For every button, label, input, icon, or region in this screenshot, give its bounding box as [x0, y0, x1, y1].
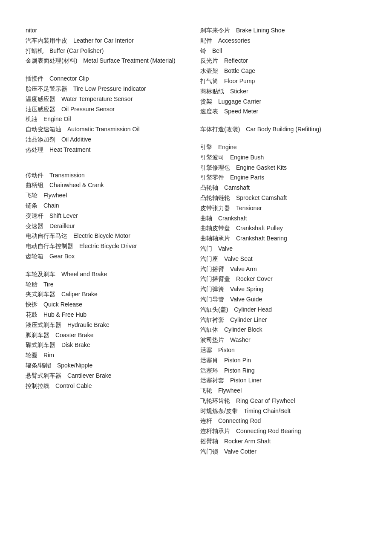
list-item: 汽门弹簧 Valve Spring [200, 284, 366, 295]
list-item: 引擎零件 Engine Parts [200, 173, 366, 183]
list-item: 打蜡机 Buffer (Car Polisher) [26, 46, 192, 56]
left-column: nitor汽车内装用牛皮 Leather for Car Interior打蜡机… [26, 26, 200, 457]
list-item: 热处理 Heat Treatment [26, 145, 192, 155]
list-item: 链条 Chain [26, 201, 192, 211]
list-item: 碟式刹车器 Disk Brake [26, 340, 192, 350]
list-item: 汽缸衬套 Cylinder Liner [200, 315, 366, 325]
list-item: 曲柄组 Chainwheel & Crank [26, 180, 192, 191]
list-item: nitor [26, 26, 192, 36]
spacer [200, 117, 366, 124]
list-item: 金属表面处理(材料) Metal Surface Treatment (Mate… [26, 56, 192, 66]
list-item: 活塞肖 Piston Pin [200, 356, 366, 366]
list-item: 电动自行车马达 Electric Bicycle Motor [26, 231, 192, 241]
list-item: 商标贴纸 Sticker [200, 87, 366, 97]
list-item: 反光片 Reflector [200, 56, 366, 66]
list-item: 电动自行车控制器 Electric Bicycle Driver [26, 241, 192, 251]
list-item: 汽门导管 Valve Guide [200, 295, 366, 305]
list-item: 汽门摇臂盖 Rocker Cover [200, 274, 366, 284]
list-item: 飞轮 Flywheel [26, 191, 192, 201]
list-item: 汽缸头(盖) Cylinder Head [200, 305, 366, 315]
list-item: 波司垫片 Washer [200, 335, 366, 345]
list-item: 夹式刹车器 Caliper Brake [26, 289, 192, 300]
spacer [200, 135, 366, 142]
list-item: 控制拉线 Control Cable [26, 381, 192, 391]
list-item: 汽门 Valve [200, 244, 366, 254]
list-item: 飞轮 Flywheel [200, 386, 366, 396]
list-item: 活塞衬套 Piston Liner [200, 376, 366, 386]
spacer [26, 66, 192, 74]
list-item: 胎压不足警示器 Tire Low Pressure Indicator [26, 84, 192, 94]
list-item: 凸轮轴 Camshaft [200, 183, 366, 193]
list-item: 凸轮轴链轮 Sprocket Camshaft [200, 193, 366, 203]
list-item: 曲轴轴承片 Crankshaft Bearing [200, 234, 366, 244]
list-item: 曲轴 Crankshaft [200, 214, 366, 224]
list-item: 速度表 Speed Meter [200, 107, 366, 117]
list-item: 刹车来令片 Brake Lining Shoe [200, 26, 366, 36]
list-item: 皮带张力器 Tensioner [200, 203, 366, 214]
list-item: 液压式刹车器 Hydraulic Brake [26, 320, 192, 330]
spacer [26, 163, 192, 171]
list-item: 车体打造(改装) Car Body Building (Refitting) [200, 124, 366, 135]
list-item: 插接件 Connector Clip [26, 74, 192, 84]
list-item: 悬臂式刹车器 Cantilever Brake [26, 371, 192, 381]
list-item: 轮胎 Tire [26, 280, 192, 290]
list-item: 汽门座 Valve Seat [200, 254, 366, 264]
list-item: 铃 Bell [200, 46, 366, 56]
list-item: 活塞 Piston [200, 345, 366, 356]
list-item: 变速杆 Shift Lever [26, 211, 192, 221]
list-item: 引擎波司 Engine Bush [200, 153, 366, 163]
list-item: 连杆 Connecting Rod [200, 416, 366, 426]
list-item: 引擎修理包 Engine Gasket Kits [200, 163, 366, 173]
list-item: 自动变速箱油 Automatic Transmission Oil [26, 124, 192, 135]
list-item: 油品添加剂 Oil Additive [26, 135, 192, 145]
list-item: 变速器 Derailleur [26, 221, 192, 231]
list-item: 温度感应器 Water Temperature Sensor [26, 94, 192, 104]
list-item: 货架 Luggage Carrier [200, 97, 366, 107]
list-item: 汽门摇臂 Valve Arm [200, 264, 366, 275]
list-item: 辐条/辐帽 Spoke/Nipple [26, 361, 192, 371]
list-item: 引擎 Engine [200, 142, 366, 153]
list-item: 打气筒 Floor Pump [200, 76, 366, 87]
right-column: 刹车来令片 Brake Lining Shoe配件 Accessories铃 B… [200, 26, 366, 457]
list-item: 汽车内装用牛皮 Leather for Car Interior [26, 36, 192, 46]
list-item: 油压感应器 Oil Pressure Sensor [26, 104, 192, 115]
list-item: 快拆 Quick Release [26, 300, 192, 310]
list-item: 连杆轴承片 Connecting Rod Bearing [200, 426, 366, 436]
list-item: 水壶架 Bottle Cage [200, 66, 366, 76]
spacer [26, 262, 192, 269]
list-item: 脚刹车器 Coaster Brake [26, 330, 192, 341]
list-item: 活塞环 Piston Ring [200, 366, 366, 376]
list-item: 摇臂轴 Rocker Arm Shaft [200, 436, 366, 447]
list-item: 轮圈 Rim [26, 350, 192, 361]
list-item: 传动件 Transmission [26, 171, 192, 181]
list-item: 时规炼条/皮带 Timing Chain/Belt [200, 406, 366, 416]
list-item: 汽门锁 Valve Cotter [200, 447, 366, 457]
spacer [26, 155, 192, 163]
list-item: 齿轮箱 Gear Box [26, 251, 192, 262]
list-item: 汽缸体 Cylinder Block [200, 325, 366, 335]
list-item: 飞轮环齿轮 Ring Gear of Flywheel [200, 396, 366, 406]
list-item: 车轮及刹车 Wheel and Brake [26, 269, 192, 280]
list-item: 机油 Engine Oil [26, 114, 192, 124]
list-item: 花鼓 Hub & Free Hub [26, 310, 192, 320]
list-item: 曲轴皮带盘 Crankshaft Pulley [200, 223, 366, 234]
list-item: 配件 Accessories [200, 36, 366, 46]
